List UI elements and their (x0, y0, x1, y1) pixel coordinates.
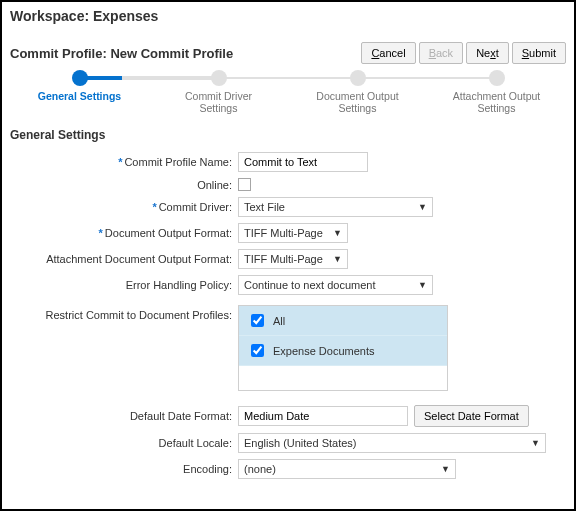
profile-checkbox-expense[interactable] (251, 344, 264, 357)
profile-title: Commit Profile: New Commit Profile (10, 46, 233, 61)
submit-button[interactable]: Submit (512, 42, 566, 64)
workspace-title: Workspace: Expenses (10, 8, 566, 24)
list-item[interactable]: Expense Documents (239, 336, 447, 366)
list-item[interactable]: All (239, 306, 447, 336)
restrict-label: Restrict Commit to Document Profiles: (46, 309, 232, 321)
step-label-attout[interactable]: Attachment OutputSettings (427, 90, 566, 114)
attfmt-label: Attachment Document Output Format: (46, 253, 232, 265)
name-label: Commit Profile Name: (124, 156, 232, 168)
chevron-down-icon: ▼ (441, 464, 450, 474)
step-label-docout[interactable]: Document OutputSettings (288, 90, 427, 114)
chevron-down-icon: ▼ (418, 280, 427, 290)
profile-checkbox-all[interactable] (251, 314, 264, 327)
stepper: General Settings Commit DriverSettings D… (10, 70, 566, 114)
profile-label: All (273, 315, 285, 327)
date-format-input[interactable] (238, 406, 408, 426)
chevron-down-icon: ▼ (418, 202, 427, 212)
restrict-profiles-list: All Expense Documents (238, 305, 448, 391)
driver-label: Commit Driver: (159, 201, 232, 213)
chevron-down-icon: ▼ (333, 228, 342, 238)
chevron-down-icon: ▼ (531, 438, 540, 448)
section-heading: General Settings (10, 128, 566, 142)
step-label-driver[interactable]: Commit DriverSettings (149, 90, 288, 114)
chevron-down-icon: ▼ (333, 254, 342, 264)
online-checkbox[interactable] (238, 178, 251, 191)
datefmt-label: Default Date Format: (130, 410, 232, 422)
commit-driver-select[interactable]: Text File▼ (238, 197, 433, 217)
step-dot-docout[interactable] (350, 70, 366, 86)
errpol-label: Error Handling Policy: (126, 279, 232, 291)
step-dot-driver[interactable] (211, 70, 227, 86)
locale-label: Default Locale: (159, 437, 232, 449)
error-handling-select[interactable]: Continue to next document▼ (238, 275, 433, 295)
profile-label: Expense Documents (273, 345, 375, 357)
document-output-format-select[interactable]: TIFF Multi-Page▼ (238, 223, 348, 243)
list-item-blank (239, 366, 447, 390)
commit-profile-name-input[interactable] (238, 152, 368, 172)
step-label-general[interactable]: General Settings (10, 90, 149, 102)
select-date-format-button[interactable]: Select Date Format (414, 405, 529, 427)
encoding-select[interactable]: (none)▼ (238, 459, 456, 479)
next-button[interactable]: Next (466, 42, 509, 64)
step-dot-attout[interactable] (489, 70, 505, 86)
attachment-output-format-select[interactable]: TIFF Multi-Page▼ (238, 249, 348, 269)
encoding-label: Encoding: (183, 463, 232, 475)
locale-select[interactable]: English (United States)▼ (238, 433, 546, 453)
online-label: Online: (197, 179, 232, 191)
step-dot-general[interactable] (72, 70, 88, 86)
docfmt-label: Document Output Format: (105, 227, 232, 239)
back-button: Back (419, 42, 463, 64)
action-buttons: Cancel Back Next Submit (361, 42, 566, 64)
cancel-button[interactable]: Cancel (361, 42, 415, 64)
